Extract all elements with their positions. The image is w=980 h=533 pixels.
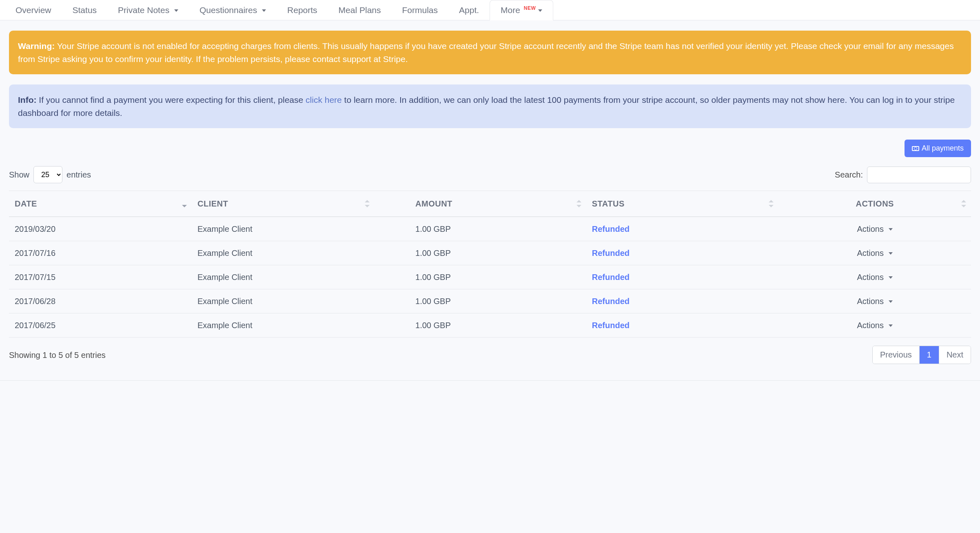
row-actions-button[interactable]: Actions	[857, 297, 893, 306]
table-row: 2017/06/25Example Client1.00 GBPRefunded…	[9, 313, 971, 338]
cell-actions: Actions	[778, 313, 971, 338]
cell-amount: 1.00 GBP	[375, 313, 586, 338]
nav-overview[interactable]: Overview	[5, 0, 62, 20]
sort-icon	[769, 200, 774, 207]
chevron-down-icon	[889, 324, 893, 327]
cell-client: Example Client	[192, 217, 375, 241]
status-badge: Refunded	[592, 249, 630, 258]
col-header-status[interactable]: STATUS	[586, 191, 779, 217]
per-page-select[interactable]: 25	[33, 166, 62, 183]
row-actions-button[interactable]: Actions	[857, 273, 893, 282]
cell-status: Refunded	[586, 313, 779, 338]
warning-title: Warning:	[18, 41, 55, 51]
col-header-amount[interactable]: AMOUNT	[375, 191, 586, 217]
col-header-actions[interactable]: ACTIONS	[778, 191, 971, 217]
table-row: 2017/07/15Example Client1.00 GBPRefunded…	[9, 265, 971, 289]
status-badge: Refunded	[592, 224, 630, 233]
table-row: 2017/07/16Example Client1.00 GBPRefunded…	[9, 241, 971, 265]
warning-text: Your Stripe account is not enabled for a…	[18, 41, 954, 64]
col-header-client[interactable]: CLIENT	[192, 191, 375, 217]
cell-date: 2019/03/20	[9, 217, 192, 241]
nav-private-notes[interactable]: Private Notes	[107, 0, 189, 20]
row-actions-button[interactable]: Actions	[857, 224, 893, 234]
chevron-down-icon	[889, 276, 893, 279]
chevron-down-icon	[174, 9, 178, 12]
cell-actions: Actions	[778, 265, 971, 289]
info-alert: Info: If you cannot find a payment you w…	[9, 84, 971, 128]
nav-questionnaires[interactable]: Questionnaires	[189, 0, 277, 20]
sort-icon	[182, 200, 187, 207]
pagination: Previous 1 Next	[872, 346, 971, 364]
nav-reports[interactable]: Reports	[277, 0, 328, 20]
chevron-down-icon	[889, 252, 893, 255]
all-payments-label: All payments	[922, 144, 964, 153]
payments-tbody: 2019/03/20Example Client1.00 GBPRefunded…	[9, 217, 971, 338]
nav-appt-[interactable]: Appt.	[448, 0, 490, 20]
payments-table: DATE CLIENT AMOUNT STATUS ACTIONS 2019/0…	[9, 191, 971, 338]
status-badge: Refunded	[592, 273, 630, 282]
cell-date: 2017/06/25	[9, 313, 192, 338]
cell-actions: Actions	[778, 241, 971, 265]
nav-meal-plans[interactable]: Meal Plans	[328, 0, 392, 20]
cell-date: 2017/07/15	[9, 265, 192, 289]
pagination-previous[interactable]: Previous	[873, 346, 919, 364]
search-input[interactable]	[867, 167, 971, 183]
show-label: Show	[9, 169, 29, 181]
cell-amount: 1.00 GBP	[375, 241, 586, 265]
info-text-before: If you cannot find a payment you were ex…	[39, 95, 306, 104]
nav-formulas[interactable]: Formulas	[392, 0, 449, 20]
cell-date: 2017/06/28	[9, 289, 192, 313]
cell-status: Refunded	[586, 217, 779, 241]
sort-icon	[576, 200, 581, 207]
info-link[interactable]: click here	[306, 95, 342, 104]
table-row: 2019/03/20Example Client1.00 GBPRefunded…	[9, 217, 971, 241]
sort-icon	[961, 200, 966, 207]
nav-more[interactable]: More NEW	[490, 0, 553, 20]
chevron-down-icon	[538, 9, 542, 12]
warning-alert: Warning: Your Stripe account is not enab…	[9, 31, 971, 74]
chevron-down-icon	[889, 228, 893, 231]
status-badge: Refunded	[592, 297, 630, 306]
cell-amount: 1.00 GBP	[375, 265, 586, 289]
cell-actions: Actions	[778, 289, 971, 313]
sort-icon	[365, 200, 370, 207]
pagination-page-1[interactable]: 1	[919, 346, 939, 364]
pagination-next[interactable]: Next	[939, 346, 971, 364]
table-row: 2017/06/28Example Client1.00 GBPRefunded…	[9, 289, 971, 313]
nav-tabs: OverviewStatusPrivate Notes Questionnair…	[0, 0, 980, 20]
cell-status: Refunded	[586, 265, 779, 289]
entries-label: entries	[67, 169, 91, 181]
cell-amount: 1.00 GBP	[375, 289, 586, 313]
money-icon	[912, 146, 919, 151]
col-header-date[interactable]: DATE	[9, 191, 192, 217]
nav-more-label: More	[501, 5, 520, 15]
show-entries-control: Show 25 entries	[9, 166, 91, 183]
cell-client: Example Client	[192, 313, 375, 338]
cell-amount: 1.00 GBP	[375, 217, 586, 241]
cell-status: Refunded	[586, 289, 779, 313]
row-actions-button[interactable]: Actions	[857, 249, 893, 258]
info-title: Info:	[18, 95, 36, 104]
row-actions-button[interactable]: Actions	[857, 321, 893, 330]
cell-client: Example Client	[192, 289, 375, 313]
new-badge: NEW	[524, 5, 536, 11]
cell-client: Example Client	[192, 265, 375, 289]
status-badge: Refunded	[592, 321, 630, 330]
chevron-down-icon	[262, 9, 266, 12]
chevron-down-icon	[889, 300, 893, 303]
nav-status[interactable]: Status	[62, 0, 108, 20]
all-payments-button[interactable]: All payments	[905, 140, 971, 157]
cell-date: 2017/07/16	[9, 241, 192, 265]
cell-status: Refunded	[586, 241, 779, 265]
cell-actions: Actions	[778, 217, 971, 241]
search-label: Search:	[835, 169, 863, 181]
showing-entries-text: Showing 1 to 5 of 5 entries	[9, 349, 106, 361]
cell-client: Example Client	[192, 241, 375, 265]
